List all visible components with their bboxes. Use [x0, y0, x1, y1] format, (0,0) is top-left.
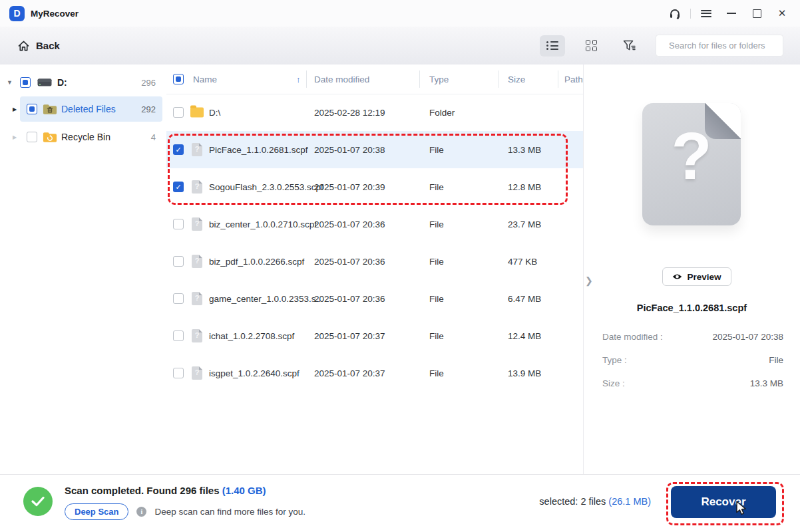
- file-size: 12.4 MB: [508, 331, 541, 341]
- detail-label: Size :: [602, 378, 625, 388]
- deep-scan-button[interactable]: Deep Scan: [65, 503, 128, 520]
- maximize-button[interactable]: [744, 0, 769, 27]
- detail-value: 2025-01-07 20:38: [712, 332, 783, 342]
- row-checkbox[interactable]: [173, 331, 184, 341]
- file-size: 13.3 MB: [508, 145, 541, 155]
- file-name: isgpet_1.0.2.2640.scpf: [209, 368, 300, 378]
- row-checkbox[interactable]: [173, 256, 184, 267]
- unknown-file-icon: ?: [192, 217, 202, 231]
- grid-view-icon: [586, 40, 597, 51]
- column-header-name[interactable]: Name: [193, 74, 217, 84]
- recover-button[interactable]: Recover: [671, 486, 776, 518]
- file-date: 2025-01-07 20:37: [314, 368, 385, 378]
- row-checkbox[interactable]: ✓: [173, 182, 184, 192]
- unknown-file-icon: ?: [192, 180, 202, 194]
- file-size: 13.9 MB: [508, 368, 541, 378]
- file-type: File: [429, 145, 444, 155]
- preview-label: Preview: [687, 272, 721, 282]
- app-logo-icon: D: [9, 6, 25, 21]
- panel-collapse-chevron-icon[interactable]: ❯: [585, 275, 593, 286]
- file-date: 2025-01-07 20:37: [314, 331, 385, 341]
- table-row[interactable]: D:\2025-02-28 12:19Folder: [166, 94, 583, 131]
- deleted-files-checkbox[interactable]: [27, 104, 37, 114]
- minimize-button[interactable]: [719, 0, 744, 27]
- table-header: Name ↑ Date modified Type Size Path: [166, 65, 583, 94]
- filter-icon: [623, 40, 636, 52]
- recycle-bin-checkbox[interactable]: [27, 132, 37, 142]
- detail-value: File: [769, 355, 783, 365]
- column-header-date-modified[interactable]: Date modified: [314, 74, 369, 84]
- unknown-file-icon: ?: [192, 366, 202, 380]
- file-name: PicFace_1.1.0.2681.scpf: [209, 145, 308, 155]
- back-button[interactable]: Back: [17, 40, 60, 52]
- table-row[interactable]: ?biz_pdf_1.0.0.2266.scpf2025-01-07 20:36…: [166, 243, 583, 280]
- scan-result-text: Scan completed. Found 296 files (1.40 GB…: [65, 485, 266, 496]
- window-controls: ✕: [662, 0, 795, 27]
- file-date: 2025-01-07 20:36: [314, 294, 385, 304]
- file-date: 2025-01-07 20:38: [314, 145, 385, 155]
- file-size: 477 KB: [508, 257, 537, 267]
- preview-button[interactable]: Preview: [662, 267, 731, 286]
- file-size: 12.8 MB: [508, 182, 541, 192]
- table-row[interactable]: ✓?SogouFlash_2.3.0.2553.scpf2025-01-07 2…: [166, 168, 583, 205]
- recycle-bin-count: 4: [151, 132, 156, 142]
- row-checkbox[interactable]: [173, 368, 184, 378]
- folder-tree-sidebar: ▼ D: 296 ▶: [0, 65, 167, 474]
- file-name: biz_pdf_1.0.0.2266.scpf: [209, 257, 304, 267]
- caret-right-icon[interactable]: ▶: [13, 106, 17, 112]
- scan-success-icon: [23, 487, 53, 516]
- scan-size: (1.40 GB): [222, 485, 266, 496]
- file-name: SogouFlash_2.3.0.2553.scpf: [209, 182, 323, 192]
- table-row[interactable]: ?game_center_1.0.0.2353.s...2025-01-07 2…: [166, 280, 583, 317]
- file-table: Name ↑ Date modified Type Size Path D:\2…: [166, 65, 584, 474]
- row-checkbox[interactable]: ✓: [173, 144, 184, 155]
- menu-button[interactable]: [694, 0, 719, 27]
- grid-view-button[interactable]: [578, 35, 604, 57]
- file-type: File: [429, 219, 444, 229]
- drive-d-count: 296: [141, 78, 156, 88]
- selection-summary: selected: 2 files (26.1 MB): [539, 496, 651, 507]
- column-header-size[interactable]: Size: [508, 74, 525, 84]
- row-checkbox[interactable]: [173, 293, 184, 304]
- tree-item-recycle-bin[interactable]: ▶ Recycle Bin 4: [0, 126, 166, 148]
- unknown-file-icon: ?: [192, 255, 202, 268]
- select-all-checkbox[interactable]: [173, 74, 184, 84]
- question-mark-glyph: ?: [642, 118, 741, 194]
- file-name: game_center_1.0.0.2353.s...: [209, 294, 323, 304]
- recycle-bin-folder-icon: [43, 131, 57, 143]
- deep-scan-hint: Deep scan can find more files for you.: [154, 507, 305, 517]
- support-headset-icon[interactable]: [662, 0, 688, 27]
- file-size: 23.7 MB: [508, 219, 541, 229]
- column-header-type[interactable]: Type: [429, 74, 449, 84]
- file-name: D:\: [209, 108, 220, 118]
- file-table-body: D:\2025-02-28 12:19Folder✓?PicFace_1.1.0…: [166, 94, 583, 474]
- table-row[interactable]: ?ichat_1.0.2.2708.scpf2025-01-07 20:37Fi…: [166, 317, 583, 354]
- drive-d-checkbox[interactable]: [20, 77, 31, 88]
- selection-size: (26.1 MB): [608, 496, 651, 507]
- file-date: 2025-01-07 20:39: [314, 182, 385, 192]
- deleted-files-count: 292: [141, 104, 156, 114]
- filter-button[interactable]: [617, 35, 642, 57]
- title-bar: D MyRecover ✕: [0, 0, 800, 27]
- row-checkbox[interactable]: [173, 107, 184, 118]
- caret-right-icon[interactable]: ▶: [13, 134, 17, 140]
- table-row[interactable]: ✓?PicFace_1.1.0.2681.scpf2025-01-07 20:3…: [166, 131, 583, 168]
- deleted-files-folder-icon: [43, 103, 57, 115]
- file-type: File: [429, 294, 444, 304]
- search-input[interactable]: [668, 40, 787, 51]
- table-row[interactable]: ?biz_center_1.0.0.2710.scpf2025-01-07 20…: [166, 205, 583, 243]
- search-box[interactable]: [656, 35, 783, 57]
- list-view-button[interactable]: [540, 35, 565, 57]
- tree-item-drive-d[interactable]: ▼ D: 296: [0, 71, 166, 94]
- caret-down-icon[interactable]: ▼: [7, 79, 13, 86]
- column-header-path[interactable]: Path: [564, 74, 583, 84]
- controls-divider: [690, 9, 691, 19]
- file-date: 2025-01-07 20:36: [314, 219, 385, 229]
- row-checkbox[interactable]: [173, 219, 184, 229]
- detail-row-size: Size : 13.3 MB: [602, 378, 783, 388]
- table-row[interactable]: ?isgpet_1.0.2.2640.scpf2025-01-07 20:37F…: [166, 354, 583, 392]
- close-button[interactable]: ✕: [769, 0, 795, 27]
- sort-ascending-icon[interactable]: ↑: [296, 74, 301, 84]
- tree-item-deleted-files[interactable]: ▶ Deleted Files 292: [0, 96, 166, 122]
- deleted-files-label: Deleted Files: [61, 104, 116, 114]
